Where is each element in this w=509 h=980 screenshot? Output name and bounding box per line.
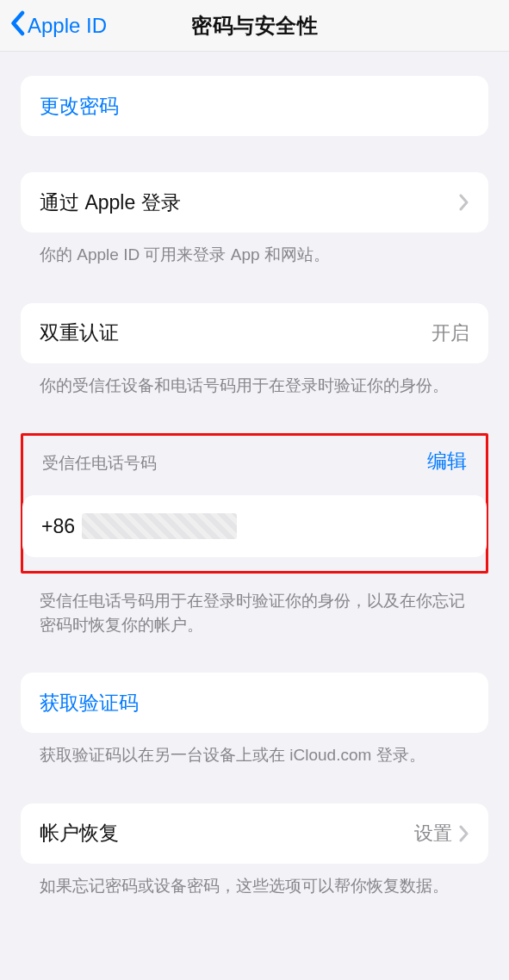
get-code-footer: 获取验证码以在另一台设备上或在 iCloud.com 登录。 xyxy=(21,733,488,767)
group-two-factor: 双重认证 开启 你的受信任设备和电话号码用于在登录时验证你的身份。 xyxy=(21,303,488,398)
chevron-right-icon xyxy=(459,825,469,842)
change-password-row[interactable]: 更改密码 xyxy=(21,76,488,136)
trusted-phone-section-label: 受信任电话号码 xyxy=(42,452,157,474)
chevron-left-icon xyxy=(9,10,26,41)
back-label: Apple ID xyxy=(28,14,107,38)
nav-header: Apple ID 密码与安全性 xyxy=(0,0,509,52)
sign-in-with-apple-footer: 你的 Apple ID 可用来登录 App 和网站。 xyxy=(21,233,488,267)
two-factor-row[interactable]: 双重认证 开启 xyxy=(21,303,488,363)
two-factor-footer: 你的受信任设备和电话号码用于在登录时验证你的身份。 xyxy=(21,363,488,398)
account-recovery-value: 设置 xyxy=(414,821,452,847)
trusted-phone-highlight: 受信任电话号码 编辑 +86 xyxy=(21,433,488,574)
account-recovery-row[interactable]: 帐户恢复 设置 xyxy=(21,803,488,864)
two-factor-value: 开启 xyxy=(431,320,469,346)
sign-in-with-apple-row[interactable]: 通过 Apple 登录 xyxy=(21,172,488,233)
trusted-phone-footer: 受信任电话号码用于在登录时验证你的身份，以及在你忘记密码时恢复你的帐户。 xyxy=(21,579,488,636)
group-get-code: 获取验证码 获取验证码以在另一台设备上或在 iCloud.com 登录。 xyxy=(21,673,488,767)
chevron-right-icon xyxy=(459,194,469,211)
two-factor-label: 双重认证 xyxy=(40,319,119,346)
trusted-phone-row[interactable]: +86 xyxy=(22,495,487,557)
trusted-phone-redacted xyxy=(82,513,237,539)
get-code-row[interactable]: 获取验证码 xyxy=(21,673,488,733)
group-change-password: 更改密码 xyxy=(21,76,488,136)
get-code-label: 获取验证码 xyxy=(40,690,139,716)
account-recovery-footer: 如果忘记密码或设备密码，这些选项可以帮你恢复数据。 xyxy=(21,864,488,898)
account-recovery-label: 帐户恢复 xyxy=(40,820,119,847)
back-button[interactable]: Apple ID xyxy=(0,10,107,41)
change-password-label: 更改密码 xyxy=(40,93,119,120)
trusted-phone-prefix: +86 xyxy=(41,515,75,538)
sign-in-with-apple-label: 通过 Apple 登录 xyxy=(40,189,181,216)
group-account-recovery: 帐户恢复 设置 如果忘记密码或设备密码，这些选项可以帮你恢复数据。 xyxy=(21,803,488,898)
trusted-phone-edit-button[interactable]: 编辑 xyxy=(427,448,467,474)
group-sign-in-with-apple: 通过 Apple 登录 你的 Apple ID 可用来登录 App 和网站。 xyxy=(21,172,488,267)
